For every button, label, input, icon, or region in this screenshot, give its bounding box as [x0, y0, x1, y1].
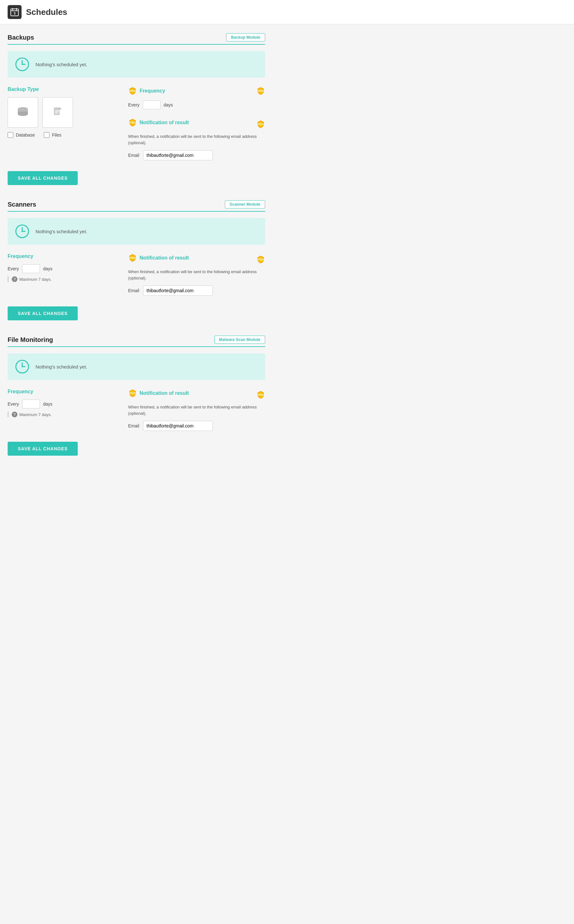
no-schedule-banner-backups: Nothing's scheduled yet. [8, 51, 265, 78]
notification-col-scanners: PRO Notification of result PRO When fini… [128, 253, 265, 295]
frequency-input-backups[interactable] [143, 101, 161, 109]
svg-text:PRO: PRO [257, 393, 264, 396]
svg-point-27 [22, 366, 23, 367]
pro-badge-notif-backups: PRO [128, 118, 137, 127]
section-backups: Backups Backup Module Nothing's schedule… [8, 33, 265, 185]
email-input-scanners[interactable] [143, 286, 213, 295]
email-input-backups[interactable] [143, 150, 213, 160]
frequency-every-label-file-monitoring: Every [8, 401, 19, 407]
files-card[interactable] [43, 97, 73, 128]
database-checkbox-item[interactable]: Database [8, 132, 35, 138]
notification-desc-scanners: When finished, a notification will be se… [128, 269, 265, 281]
max-note-text-scanners: Maximum 7 days. [19, 277, 52, 282]
frequency-col-file-monitoring: Frequency Every days ? Maximum 7 days. [8, 389, 115, 417]
svg-text:PRO: PRO [129, 90, 136, 93]
frequency-every-label-scanners: Every [8, 266, 19, 271]
svg-text:PRO: PRO [257, 258, 264, 261]
save-button-scanners[interactable]: SAVE ALL CHANGES [8, 306, 78, 321]
clock-icon-backups [14, 57, 30, 72]
email-input-file-monitoring[interactable] [143, 421, 213, 431]
section-header-backups: Backups Backup Module [8, 33, 265, 45]
svg-text:PRO: PRO [129, 121, 136, 124]
frequency-title-file-monitoring: Frequency [8, 389, 115, 394]
section-scanners: Scanners Scanner Module Nothing's schedu… [8, 200, 265, 321]
notification-title-backups: PRO Notification of result [128, 118, 189, 127]
svg-point-8 [22, 64, 23, 65]
form-row-backups: Backup Type [8, 86, 265, 160]
no-schedule-banner-file-monitoring: Nothing's scheduled yet. [8, 353, 265, 380]
help-icon-file-monitoring: ? [12, 412, 17, 417]
database-card[interactable] [8, 97, 38, 128]
files-label: Files [52, 132, 62, 138]
pro-badge-frequency-backups: PRO [128, 86, 137, 95]
form-row-scanners: Frequency Every days ? Maximum 7 days. [8, 253, 265, 295]
frequency-unit-file-monitoring: days [43, 401, 53, 407]
form-row-file-monitoring: Frequency Every days ? Maximum 7 days. [8, 389, 265, 431]
clock-icon-scanners [14, 224, 30, 239]
max-note-file-monitoring: ? Maximum 7 days. [8, 412, 115, 417]
no-schedule-banner-scanners: Nothing's scheduled yet. [8, 218, 265, 245]
email-label-scanners: Email [128, 288, 139, 293]
files-checkbox[interactable] [44, 132, 49, 138]
files-checkbox-item[interactable]: Files [44, 132, 62, 138]
svg-text:PRO: PRO [129, 392, 136, 395]
no-schedule-text-scanners: Nothing's scheduled yet. [36, 229, 87, 234]
section-title-file-monitoring: File Monitoring [8, 336, 53, 344]
clock-icon-file-monitoring [14, 359, 30, 374]
email-label-backups: Email [128, 153, 139, 158]
frequency-unit-scanners: days [43, 266, 53, 271]
svg-text:PRO: PRO [257, 123, 264, 126]
scanner-module-button[interactable]: Scanner Module [225, 200, 265, 209]
frequency-row-scanners: Every days [8, 264, 115, 273]
malware-scan-module-button[interactable]: Malware Scan Module [214, 336, 265, 344]
no-schedule-text-backups: Nothing's scheduled yet. [36, 62, 87, 67]
backup-type-cards [8, 97, 115, 128]
notification-col-file-monitoring: PRO Notification of result PRO When fini… [128, 389, 265, 431]
notification-desc-backups: When finished, a notification will be se… [128, 134, 265, 146]
pro-badge-notif-scanners: PRO [128, 253, 137, 262]
svg-rect-10 [54, 107, 60, 115]
pro-badge-notif-file-monitoring: PRO [128, 389, 137, 398]
page-header: 3 Schedules [0, 0, 574, 24]
frequency-input-file-monitoring[interactable] [22, 399, 40, 409]
no-schedule-text-file-monitoring: Nothing's scheduled yet. [36, 364, 87, 369]
pro-badge-frequency-right-backups: PRO [256, 86, 265, 95]
email-row-backups: Email [128, 150, 265, 160]
help-icon-scanners: ? [12, 276, 17, 282]
frequency-title-backups: PRO Frequency PRO [128, 86, 265, 95]
section-header-file-monitoring: File Monitoring Malware Scan Module [8, 336, 265, 347]
database-checkbox[interactable] [8, 132, 13, 138]
frequency-every-label-backups: Every [128, 102, 140, 107]
backup-type-col: Backup Type [8, 86, 115, 138]
frequency-row-file-monitoring: Every days [8, 399, 115, 409]
section-header-scanners: Scanners Scanner Module [8, 200, 265, 212]
pro-badge-notif-right-file-monitoring: PRO [256, 390, 265, 399]
backup-module-button[interactable]: Backup Module [226, 33, 265, 41]
save-button-backups[interactable]: SAVE ALL CHANGES [8, 171, 78, 185]
frequency-input-scanners[interactable] [22, 264, 40, 273]
pro-badge-notif-right-scanners: PRO [256, 255, 265, 264]
frequency-col-scanners: Frequency Every days ? Maximum 7 days. [8, 253, 115, 282]
frequency-unit-backups: days [164, 102, 173, 107]
backup-type-title: Backup Type [8, 86, 115, 92]
database-label: Database [16, 132, 35, 138]
notification-title-file-monitoring: PRO Notification of result [128, 389, 189, 398]
checkbox-row-backups: Database Files [8, 132, 115, 138]
page-title: Schedules [26, 7, 67, 17]
section-file-monitoring: File Monitoring Malware Scan Module Noth… [8, 336, 265, 456]
section-title-backups: Backups [8, 34, 34, 41]
max-note-scanners: ? Maximum 7 days. [8, 276, 115, 282]
max-note-text-file-monitoring: Maximum 7 days. [19, 412, 52, 417]
notification-title-scanners: PRO Notification of result [128, 253, 189, 262]
main-content: Backups Backup Module Nothing's schedule… [0, 24, 273, 480]
svg-text:3: 3 [14, 12, 16, 15]
frequency-block-backups: PRO Frequency PRO Every days [128, 86, 265, 109]
save-button-file-monitoring[interactable]: SAVE ALL CHANGES [8, 442, 78, 456]
notification-block-backups: PRO Notification of result PRO When fini… [128, 118, 265, 160]
frequency-notification-col-backups: PRO Frequency PRO Every days [128, 86, 265, 160]
section-title-scanners: Scanners [8, 201, 36, 208]
frequency-title-scanners: Frequency [8, 253, 115, 259]
svg-text:PRO: PRO [129, 256, 136, 259]
email-row-scanners: Email [128, 286, 265, 295]
svg-text:PRO: PRO [257, 90, 264, 93]
